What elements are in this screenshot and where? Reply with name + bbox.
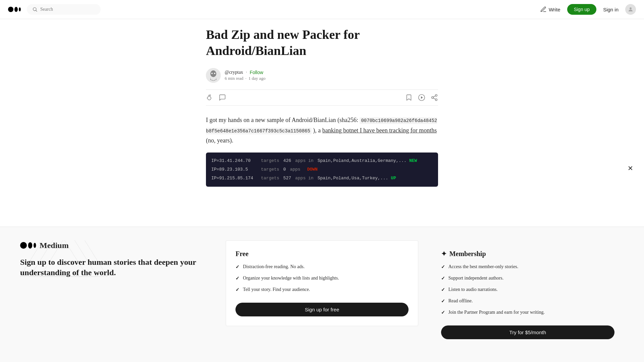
terminal-apps-3: apps in [295,175,314,182]
terminal-badge-3: UP [391,175,396,182]
svg-point-12 [432,97,434,99]
author-row: @cryptax · Follow 6 min read · 1 day ago [206,68,438,83]
author-meta: 6 min read · 1 day ago [225,76,265,81]
terminal-count-1: 426 [283,157,291,165]
terminal-count-2: 0 [283,166,286,173]
navbar-right: Write Sign up Sign in [540,4,636,15]
terminal-apps-1: apps in [295,157,314,165]
author-name-row: @cryptax · Follow [225,70,265,75]
meta-dot: · [246,76,247,81]
svg-point-6 [210,70,216,77]
avatar[interactable] [625,4,636,15]
save-icon [405,94,413,101]
terminal-badge-1: NEW [409,157,417,165]
terminal-line-2: IP=89.23.103.5 targets 0 apps DOWN [211,166,433,173]
svg-point-2 [19,7,21,11]
write-label: Write [549,7,560,12]
article-wrapper: Bad Zip and new Packer for Android/BianL… [198,0,446,187]
toolbar-left [206,94,226,101]
terminal-block: IP=31.41.244.70 targets 426 apps in Spai… [206,153,438,187]
clap-icon [206,94,213,101]
author-avatar-img [206,68,221,83]
terminal-label-3: targets [261,175,279,182]
dot-separator: · [246,70,247,75]
author-info: @cryptax · Follow 6 min read · 1 day ago [225,70,265,81]
terminal-countries-3: Spain,Poland,Usa,Turkey,... [318,175,388,182]
share-button[interactable] [431,94,438,101]
listen-icon [418,94,425,101]
terminal-ip-1: IP=31.41.244.70 [211,157,258,165]
signup-button[interactable]: Sign up [567,4,596,15]
svg-point-1 [14,7,18,12]
terminal-label-1: targets [261,157,279,165]
terminal-badge-2: DOWN [307,166,318,173]
search-placeholder: Search [40,7,53,12]
svg-marker-10 [421,96,423,99]
navbar: Search Write Sign up Sign in [0,0,644,19]
svg-point-4 [630,7,632,9]
svg-line-15 [433,96,435,97]
terminal-countries-1: Spain,Poland,Australia,Germany,... [318,157,407,165]
write-icon [540,6,547,13]
medium-logo[interactable] [8,5,21,13]
terminal-label-2: targets [261,166,279,173]
terminal-ip-2: IP=89.23.103.5 [211,166,258,173]
terminal-ip-3: IP=91.215.85.174 [211,175,258,182]
author-avatar [206,68,221,83]
end-text: (no, years). [206,137,233,144]
article-link[interactable]: banking botnet I have been tracking for … [322,127,437,134]
clap-button[interactable] [206,94,213,101]
close-modal-button[interactable]: ✕ [628,164,633,172]
article-title: Bad Zip and new Packer for Android/BianL… [206,27,438,59]
terminal-apps-2: apps [290,166,300,173]
svg-point-0 [8,7,13,12]
toolbar-right [405,94,438,101]
search-box[interactable]: Search [27,4,101,15]
intro-after: ), a [313,127,321,134]
intro-before: I got my hands on a new sample of Androi… [206,117,358,123]
medium-logo-icon [8,5,21,13]
posted-time: 1 day ago [249,76,266,81]
svg-point-11 [435,95,437,97]
avatar-icon [628,6,634,12]
terminal-line-1: IP=31.41.244.70 targets 426 apps in Spai… [211,157,433,165]
save-button[interactable] [405,94,413,101]
listen-button[interactable] [418,94,425,101]
read-time: 6 min read [225,76,244,81]
navbar-left: Search [8,4,101,15]
article-toolbar [206,89,438,106]
svg-point-8 [214,73,215,74]
terminal-count-3: 527 [283,175,291,182]
signin-button[interactable]: Sign in [603,7,619,12]
article-body: I got my hands on a new sample of Androi… [206,115,438,187]
article-intro: I got my hands on a new sample of Androi… [206,115,438,146]
share-icon [431,94,438,101]
svg-point-13 [435,99,437,101]
search-icon [32,7,38,12]
write-button[interactable]: Write [540,6,560,13]
follow-button[interactable]: Follow [250,70,263,75]
terminal-line-3: IP=91.215.85.174 targets 527 apps in Spa… [211,175,433,182]
comment-icon [219,94,226,101]
comment-button[interactable] [219,94,226,101]
svg-point-7 [211,73,213,74]
svg-line-14 [433,98,435,99]
author-name: @cryptax [225,70,243,75]
